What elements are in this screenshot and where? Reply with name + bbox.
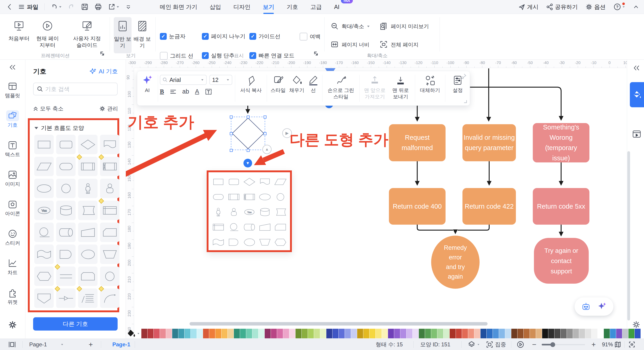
menu-tab-6[interactable]: 고급 [310, 3, 322, 11]
font-size-select[interactable]: 12 [210, 75, 232, 85]
symbol-cut-rect[interactable] [78, 266, 98, 286]
options-button[interactable]: 옵션 [586, 3, 606, 11]
popup-symbol-round-rect[interactable] [226, 174, 242, 189]
color-swatch-36[interactable] [357, 329, 363, 338]
color-swatch-72[interactable] [579, 329, 585, 338]
symbol-slant-trap[interactable] [78, 223, 98, 242]
hand-drawn-style-tool[interactable]: 손으로 그린 스타일 [324, 73, 358, 103]
color-swatch-68[interactable] [554, 329, 560, 338]
color-swatch-50[interactable] [444, 329, 450, 338]
flowchart-node-5[interactable]: Return code 422 [462, 188, 516, 225]
flowchart-node-7[interactable]: Remedyerrorand tryagain [431, 236, 480, 289]
symbol-clip-rect[interactable] [100, 223, 120, 242]
color-swatch-1[interactable] [141, 329, 147, 338]
print-icon[interactable] [94, 3, 102, 11]
color-swatch-76[interactable] [604, 329, 610, 338]
menu-tab-4[interactable]: 보기 [263, 3, 274, 11]
font-color-button[interactable]: A [195, 88, 199, 95]
flowchart-node-3[interactable]: Something'sWorong (temporaryissue) [533, 123, 590, 162]
fill-tool[interactable]: 채우기 [288, 73, 306, 103]
checkbox-box[interactable]: ✓ [202, 33, 209, 40]
redo-icon[interactable] [68, 3, 75, 11]
selection-handle[interactable] [247, 149, 250, 152]
checkbox-box[interactable]: ✓ [250, 33, 256, 40]
char-spacing-button[interactable]: ab [182, 88, 189, 95]
color-swatch-62[interactable] [518, 329, 524, 338]
color-swatch-73[interactable] [585, 329, 591, 338]
color-swatch-78[interactable] [616, 329, 622, 338]
color-swatch-7[interactable] [178, 329, 184, 338]
page-selector[interactable]: Page-1 [29, 339, 64, 350]
menu-tab-2[interactable]: 삽입 [210, 3, 221, 11]
display-expand-icon[interactable] [313, 51, 319, 57]
menu-tab-7[interactable]: AIhot [334, 4, 340, 10]
color-swatch-47[interactable] [425, 329, 431, 338]
sidebar-item-7[interactable]: 차트 [0, 258, 25, 276]
popup-symbol-wave[interactable] [211, 235, 226, 250]
share-button[interactable]: 공유하기 [546, 3, 578, 11]
popup-symbol-inv-trap[interactable] [257, 235, 272, 250]
presentation-expand-icon[interactable] [100, 51, 105, 57]
popup-symbol-diamond[interactable] [242, 174, 257, 189]
color-swatch-53[interactable] [462, 329, 468, 338]
style-tool[interactable]: 스타일 [269, 73, 288, 103]
bold-button[interactable]: B [160, 88, 164, 95]
flowchart-node-4[interactable]: Return code 400 [389, 188, 446, 225]
color-swatch-70[interactable] [567, 329, 573, 338]
symbol-curved-page[interactable] [78, 201, 98, 220]
canvas[interactable]: -300-290-280-270-260-250-240-230-220-210… [126, 60, 644, 350]
selection-handle[interactable] [230, 149, 233, 152]
color-swatch-37[interactable] [363, 329, 369, 338]
symbol-wave[interactable] [34, 245, 54, 264]
symbol-arrow-tri[interactable] [56, 288, 76, 308]
symbol-person[interactable] [78, 179, 98, 198]
send-to-back-tool[interactable]: 맨 뒤로 보내기 [388, 73, 413, 103]
color-swatch-35[interactable] [351, 329, 357, 338]
sidebar-item-3[interactable]: 텍스트 [0, 140, 25, 158]
popup-symbol-parallelogram[interactable] [273, 174, 288, 189]
color-swatch-55[interactable] [474, 329, 480, 338]
color-swatch-20[interactable] [258, 329, 264, 338]
publish-button[interactable]: 게시 [518, 3, 538, 11]
color-swatch-3[interactable] [154, 329, 160, 338]
checkbox-그리드 선[interactable]: 그리드 선 [160, 52, 194, 60]
color-swatch-77[interactable] [610, 329, 616, 338]
checkbox-실행 단추[interactable]: ✓실행 단추 [202, 52, 234, 59]
color-swatch-51[interactable] [450, 329, 456, 338]
format-painter-tool[interactable]: 서식 복사 [237, 73, 265, 103]
manage-button[interactable]: 관리 [99, 105, 118, 112]
popup-symbol-rect[interactable] [211, 174, 226, 189]
color-swatch-11[interactable] [203, 329, 209, 338]
color-swatch-66[interactable] [542, 329, 548, 338]
color-swatch-6[interactable] [172, 329, 178, 338]
zoom-dropdown-button[interactable]: 확대/축소 [331, 22, 383, 31]
checkbox-box[interactable]: ✓ [202, 52, 209, 59]
ai-sparkle-button[interactable] [597, 302, 607, 311]
symbol-user[interactable] [100, 179, 120, 198]
color-swatch-64[interactable] [530, 329, 536, 338]
pin-toolbar-icon[interactable] [460, 73, 466, 80]
page-width-button[interactable]: 페이지 너비 [331, 41, 383, 49]
color-swatch-2[interactable] [148, 329, 154, 338]
color-swatch-38[interactable] [370, 329, 376, 338]
popup-symbol-yes-oval[interactable] [242, 205, 257, 219]
color-swatch-23[interactable] [277, 329, 283, 338]
symbol-ellipse[interactable] [34, 179, 54, 198]
checkbox-가이드선[interactable]: ✓가이드선 [250, 33, 280, 40]
palette-bucket-icon[interactable] [127, 329, 136, 338]
color-swatch-34[interactable] [345, 329, 351, 338]
color-swatch-43[interactable] [400, 329, 406, 338]
back-chevron-icon[interactable] [6, 4, 12, 10]
palette-caret-icon[interactable] [138, 333, 139, 334]
symbol-point-oval[interactable] [78, 245, 98, 264]
popup-symbol-clip-rect[interactable] [273, 220, 288, 235]
file-menu[interactable]: 파일 [18, 3, 38, 11]
checkbox-box[interactable] [300, 33, 308, 41]
color-swatch-45[interactable] [413, 329, 418, 338]
symbol-arc[interactable] [100, 288, 120, 308]
symbol-document[interactable] [100, 135, 120, 154]
symbol-hexagon[interactable] [34, 266, 54, 286]
save-icon[interactable] [81, 3, 88, 11]
symbol-search-input[interactable] [45, 86, 114, 93]
symbol-xproc[interactable] [100, 157, 120, 176]
